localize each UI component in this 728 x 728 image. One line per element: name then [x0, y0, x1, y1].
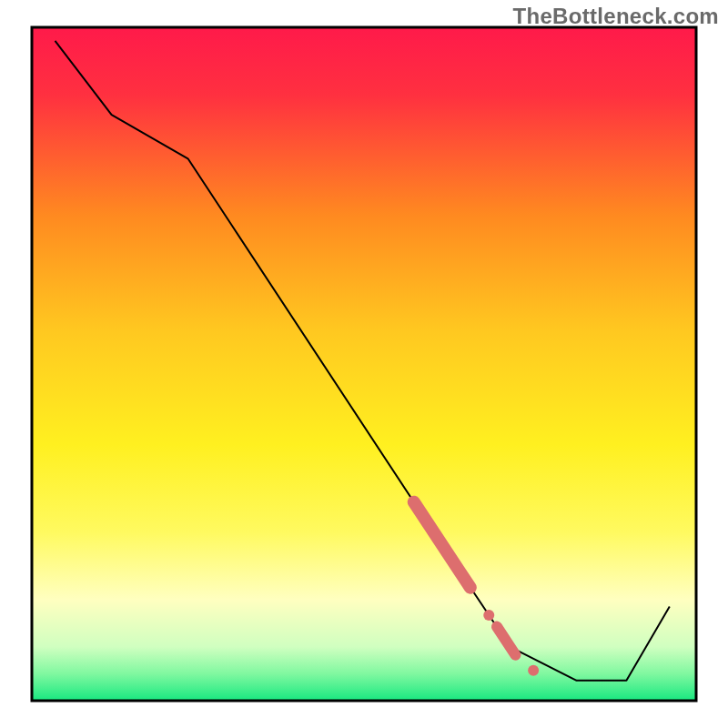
- marker-dot-2: [528, 665, 539, 676]
- marker-dot-1: [483, 610, 494, 621]
- bottleneck-chart: [0, 0, 728, 728]
- chart-container: TheBottleneck.com: [0, 0, 728, 728]
- watermark-text: TheBottleneck.com: [513, 4, 719, 29]
- chart-background: [32, 27, 696, 701]
